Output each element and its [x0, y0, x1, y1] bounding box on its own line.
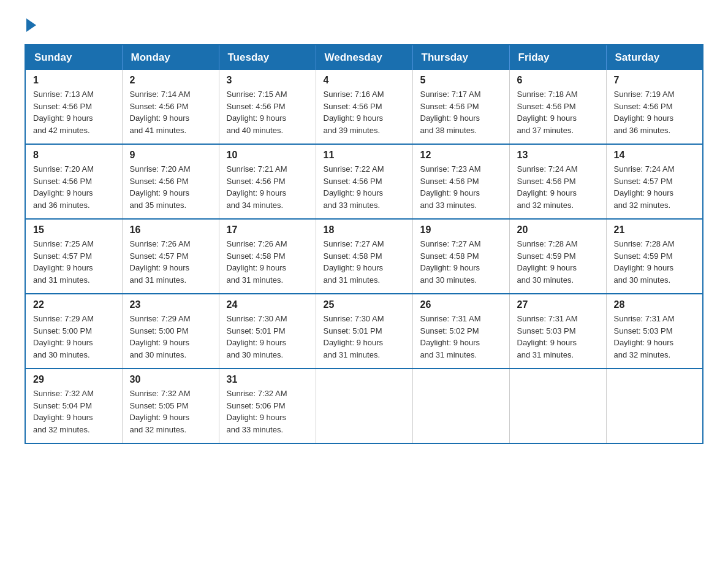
day-info: Sunrise: 7:15 AM Sunset: 4:56 PM Dayligh…: [227, 88, 308, 136]
weekday-header-tuesday: Tuesday: [219, 45, 316, 70]
day-number: 30: [130, 374, 211, 385]
calendar-body: 1 Sunrise: 7:13 AM Sunset: 4:56 PM Dayli…: [25, 70, 703, 443]
weekday-header-row: SundayMondayTuesdayWednesdayThursdayFrid…: [25, 45, 703, 70]
day-number: 12: [420, 150, 502, 161]
day-number: 26: [420, 299, 502, 310]
calendar-cell: 30 Sunrise: 7:32 AM Sunset: 5:05 PM Dayl…: [122, 369, 219, 443]
weekday-header-thursday: Thursday: [412, 45, 509, 70]
calendar-cell: 18 Sunrise: 7:27 AM Sunset: 4:58 PM Dayl…: [316, 219, 412, 294]
calendar-week-2: 8 Sunrise: 7:20 AM Sunset: 4:56 PM Dayli…: [25, 144, 703, 219]
day-number: 10: [227, 150, 308, 161]
day-info: Sunrise: 7:31 AM Sunset: 5:03 PM Dayligh…: [517, 313, 599, 361]
calendar-cell: 14 Sunrise: 7:24 AM Sunset: 4:57 PM Dayl…: [606, 144, 703, 219]
calendar-cell: 13 Sunrise: 7:24 AM Sunset: 4:56 PM Dayl…: [509, 144, 606, 219]
day-info: Sunrise: 7:28 AM Sunset: 4:59 PM Dayligh…: [614, 238, 696, 286]
day-number: 31: [227, 374, 308, 385]
day-number: 25: [324, 299, 405, 310]
weekday-header-friday: Friday: [509, 45, 606, 70]
weekday-header-saturday: Saturday: [606, 45, 703, 70]
calendar-cell: 23 Sunrise: 7:29 AM Sunset: 5:00 PM Dayl…: [122, 294, 219, 369]
calendar-cell: 25 Sunrise: 7:30 AM Sunset: 5:01 PM Dayl…: [316, 294, 412, 369]
day-number: 9: [130, 150, 211, 161]
calendar-cell: 29 Sunrise: 7:32 AM Sunset: 5:04 PM Dayl…: [25, 369, 122, 443]
day-number: 15: [33, 224, 115, 236]
day-number: 1: [33, 75, 115, 86]
day-number: 5: [420, 75, 502, 86]
day-info: Sunrise: 7:19 AM Sunset: 4:56 PM Dayligh…: [614, 88, 696, 136]
calendar-cell: 26 Sunrise: 7:31 AM Sunset: 5:02 PM Dayl…: [412, 294, 509, 369]
day-number: 16: [130, 224, 211, 236]
day-number: 4: [324, 75, 405, 86]
calendar-cell: 11 Sunrise: 7:22 AM Sunset: 4:56 PM Dayl…: [316, 144, 412, 219]
day-info: Sunrise: 7:29 AM Sunset: 5:00 PM Dayligh…: [130, 313, 211, 361]
day-info: Sunrise: 7:17 AM Sunset: 4:56 PM Dayligh…: [420, 88, 502, 136]
day-info: Sunrise: 7:20 AM Sunset: 4:56 PM Dayligh…: [130, 163, 211, 211]
calendar-cell: 27 Sunrise: 7:31 AM Sunset: 5:03 PM Dayl…: [509, 294, 606, 369]
day-info: Sunrise: 7:13 AM Sunset: 4:56 PM Dayligh…: [33, 88, 115, 136]
calendar-cell: [316, 369, 412, 443]
day-info: Sunrise: 7:25 AM Sunset: 4:57 PM Dayligh…: [33, 238, 115, 286]
day-info: Sunrise: 7:24 AM Sunset: 4:57 PM Dayligh…: [614, 163, 696, 211]
calendar-week-1: 1 Sunrise: 7:13 AM Sunset: 4:56 PM Dayli…: [25, 70, 703, 144]
calendar-cell: 24 Sunrise: 7:30 AM Sunset: 5:01 PM Dayl…: [219, 294, 316, 369]
day-info: Sunrise: 7:30 AM Sunset: 5:01 PM Dayligh…: [227, 313, 308, 361]
logo-arrow-icon: [26, 18, 36, 32]
day-info: Sunrise: 7:21 AM Sunset: 4:56 PM Dayligh…: [227, 163, 308, 211]
day-number: 2: [130, 75, 211, 86]
logo: [25, 18, 36, 32]
day-info: Sunrise: 7:32 AM Sunset: 5:04 PM Dayligh…: [33, 388, 115, 435]
day-number: 13: [517, 150, 599, 161]
calendar-cell: 1 Sunrise: 7:13 AM Sunset: 4:56 PM Dayli…: [25, 70, 122, 144]
calendar-cell: 16 Sunrise: 7:26 AM Sunset: 4:57 PM Dayl…: [122, 219, 219, 294]
day-number: 20: [517, 224, 599, 236]
calendar-cell: 7 Sunrise: 7:19 AM Sunset: 4:56 PM Dayli…: [606, 70, 703, 144]
day-number: 27: [517, 299, 599, 310]
calendar-cell: 2 Sunrise: 7:14 AM Sunset: 4:56 PM Dayli…: [122, 70, 219, 144]
calendar-cell: 4 Sunrise: 7:16 AM Sunset: 4:56 PM Dayli…: [316, 70, 412, 144]
day-number: 23: [130, 299, 211, 310]
day-number: 21: [614, 224, 696, 236]
day-number: 7: [614, 75, 696, 86]
calendar-cell: 20 Sunrise: 7:28 AM Sunset: 4:59 PM Dayl…: [509, 219, 606, 294]
day-number: 8: [33, 150, 115, 161]
calendar-cell: 10 Sunrise: 7:21 AM Sunset: 4:56 PM Dayl…: [219, 144, 316, 219]
calendar-cell: 5 Sunrise: 7:17 AM Sunset: 4:56 PM Dayli…: [412, 70, 509, 144]
day-number: 24: [227, 299, 308, 310]
calendar-table: SundayMondayTuesdayWednesdayThursdayFrid…: [25, 44, 703, 444]
day-info: Sunrise: 7:27 AM Sunset: 4:58 PM Dayligh…: [420, 238, 502, 286]
day-number: 14: [614, 150, 696, 161]
calendar-cell: [412, 369, 509, 443]
weekday-header-wednesday: Wednesday: [316, 45, 412, 70]
page-header: [25, 18, 703, 32]
weekday-header-monday: Monday: [122, 45, 219, 70]
day-info: Sunrise: 7:22 AM Sunset: 4:56 PM Dayligh…: [324, 163, 405, 211]
day-info: Sunrise: 7:23 AM Sunset: 4:56 PM Dayligh…: [420, 163, 502, 211]
day-info: Sunrise: 7:32 AM Sunset: 5:06 PM Dayligh…: [227, 388, 308, 435]
day-number: 29: [33, 374, 115, 385]
calendar-week-4: 22 Sunrise: 7:29 AM Sunset: 5:00 PM Dayl…: [25, 294, 703, 369]
calendar-cell: 15 Sunrise: 7:25 AM Sunset: 4:57 PM Dayl…: [25, 219, 122, 294]
day-number: 28: [614, 299, 696, 310]
calendar-cell: 21 Sunrise: 7:28 AM Sunset: 4:59 PM Dayl…: [606, 219, 703, 294]
calendar-cell: 28 Sunrise: 7:31 AM Sunset: 5:03 PM Dayl…: [606, 294, 703, 369]
day-info: Sunrise: 7:16 AM Sunset: 4:56 PM Dayligh…: [324, 88, 405, 136]
day-info: Sunrise: 7:31 AM Sunset: 5:03 PM Dayligh…: [614, 313, 696, 361]
day-number: 11: [324, 150, 405, 161]
day-number: 22: [33, 299, 115, 310]
day-number: 19: [420, 224, 502, 236]
calendar-cell: 8 Sunrise: 7:20 AM Sunset: 4:56 PM Dayli…: [25, 144, 122, 219]
day-number: 17: [227, 224, 308, 236]
day-number: 6: [517, 75, 599, 86]
day-info: Sunrise: 7:32 AM Sunset: 5:05 PM Dayligh…: [130, 388, 211, 435]
day-info: Sunrise: 7:14 AM Sunset: 4:56 PM Dayligh…: [130, 88, 211, 136]
day-info: Sunrise: 7:30 AM Sunset: 5:01 PM Dayligh…: [324, 313, 405, 361]
calendar-cell: 31 Sunrise: 7:32 AM Sunset: 5:06 PM Dayl…: [219, 369, 316, 443]
day-info: Sunrise: 7:27 AM Sunset: 4:58 PM Dayligh…: [324, 238, 405, 286]
day-info: Sunrise: 7:29 AM Sunset: 5:00 PM Dayligh…: [33, 313, 115, 361]
calendar-cell: 19 Sunrise: 7:27 AM Sunset: 4:58 PM Dayl…: [412, 219, 509, 294]
weekday-header-sunday: Sunday: [25, 45, 122, 70]
day-info: Sunrise: 7:26 AM Sunset: 4:58 PM Dayligh…: [227, 238, 308, 286]
calendar-cell: 12 Sunrise: 7:23 AM Sunset: 4:56 PM Dayl…: [412, 144, 509, 219]
day-info: Sunrise: 7:20 AM Sunset: 4:56 PM Dayligh…: [33, 163, 115, 211]
calendar-cell: 9 Sunrise: 7:20 AM Sunset: 4:56 PM Dayli…: [122, 144, 219, 219]
